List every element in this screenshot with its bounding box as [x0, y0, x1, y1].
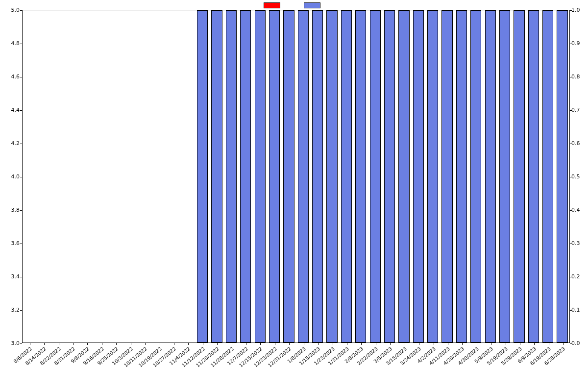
bar-slot	[239, 10, 253, 343]
bar-slot	[267, 10, 281, 343]
y-right-tick-label: 1.0	[571, 7, 586, 13]
bar	[499, 10, 510, 343]
bar-slot	[483, 10, 497, 343]
bar	[355, 10, 366, 343]
y-right-tick-label: 0.7	[571, 107, 586, 113]
bar	[255, 10, 266, 343]
bar-slot	[311, 10, 325, 343]
bar-slot	[138, 10, 152, 343]
bar-slot	[123, 10, 138, 343]
bar	[557, 10, 567, 343]
legend-item-series-2	[304, 2, 324, 8]
y-right-tick-label: 0.5	[571, 173, 586, 180]
bar-slot	[282, 10, 296, 343]
y-left-tick-label: 4.2	[1, 140, 20, 147]
y-axis-right: 0.00.10.20.30.40.50.60.70.80.91.0	[571, 10, 588, 343]
bar-slot	[368, 10, 382, 343]
bar-slot	[426, 10, 440, 343]
x-axis: 8/6/20228/14/20228/22/20228/31/20229/8/2…	[22, 344, 570, 388]
plot-area	[22, 10, 570, 343]
bar-slot	[224, 10, 238, 343]
bar-slot	[469, 10, 483, 343]
bar-chart: 3.03.23.43.63.84.04.24.44.64.85.0 0.00.1…	[0, 0, 588, 392]
legend-swatch-blue	[304, 2, 320, 8]
bar	[384, 10, 395, 343]
y-left-tick-label: 4.6	[1, 74, 20, 80]
y-right-tick-label: 0.4	[571, 207, 586, 213]
bar	[456, 10, 467, 343]
bar-slot	[339, 10, 353, 343]
bar-slot	[440, 10, 454, 343]
bar-slot	[526, 10, 540, 343]
bar-slot	[497, 10, 512, 343]
bar	[370, 10, 381, 343]
bar-slot	[23, 10, 37, 343]
bar-slot	[80, 10, 95, 343]
bar	[528, 10, 539, 343]
bar-slot	[181, 10, 195, 343]
bar-slot	[325, 10, 339, 343]
bar	[269, 10, 280, 343]
y-left-tick-label: 3.6	[1, 240, 20, 246]
bar	[211, 10, 222, 343]
bar-slot	[454, 10, 468, 343]
bar	[240, 10, 251, 343]
bar	[413, 10, 424, 343]
bar	[283, 10, 294, 343]
bar	[226, 10, 237, 343]
bar	[326, 10, 337, 343]
bar-slot	[51, 10, 66, 343]
y-axis-left: 3.03.23.43.63.84.04.24.44.64.85.0	[0, 10, 20, 343]
bar-slot	[37, 10, 51, 343]
bar-slot	[109, 10, 123, 343]
y-left-tick-label: 3.8	[1, 207, 20, 213]
bar	[427, 10, 438, 343]
y-left-tick-label: 4.0	[1, 173, 20, 180]
bar-slot	[152, 10, 166, 343]
bar-slot	[210, 10, 224, 343]
bar	[341, 10, 352, 343]
bar	[485, 10, 496, 343]
bar-slot	[382, 10, 396, 343]
bar-slot	[296, 10, 310, 343]
bar-slot	[512, 10, 526, 343]
y-right-tick-label: 0.2	[571, 273, 586, 280]
bar	[398, 10, 409, 343]
y-left-tick-label: 3.2	[1, 307, 20, 313]
legend-swatch-red	[264, 2, 280, 8]
y-right-tick-label: 0.1	[571, 307, 586, 313]
bar-slot	[196, 10, 210, 343]
bar	[312, 10, 323, 343]
bar-slot	[411, 10, 425, 343]
y-right-tick-label: 0.3	[571, 240, 586, 246]
y-right-tick-label: 0.6	[571, 140, 586, 147]
legend-item-series-1	[264, 2, 284, 8]
bar-slot	[354, 10, 368, 343]
bar-slot	[66, 10, 80, 343]
y-left-tick-label: 3.0	[1, 340, 20, 346]
chart-legend	[264, 2, 324, 8]
y-left-tick-label: 4.4	[1, 107, 20, 113]
bar	[470, 10, 481, 343]
y-right-tick-label: 0.8	[571, 74, 586, 80]
y-left-tick-label: 3.4	[1, 273, 20, 280]
bar-slot	[397, 10, 411, 343]
bar-slot	[167, 10, 181, 343]
bar-slot	[541, 10, 555, 343]
y-right-tick-label: 0.9	[571, 40, 586, 47]
bar	[542, 10, 553, 343]
y-left-tick-label: 4.8	[1, 40, 20, 47]
bars-container	[23, 10, 569, 343]
bar-slot	[95, 10, 109, 343]
bar	[514, 10, 524, 343]
bar	[197, 10, 208, 343]
y-left-tick-label: 5.0	[1, 7, 20, 13]
bar	[441, 10, 452, 343]
bar-slot	[253, 10, 267, 343]
bar	[298, 10, 309, 343]
bar-slot	[555, 10, 569, 343]
